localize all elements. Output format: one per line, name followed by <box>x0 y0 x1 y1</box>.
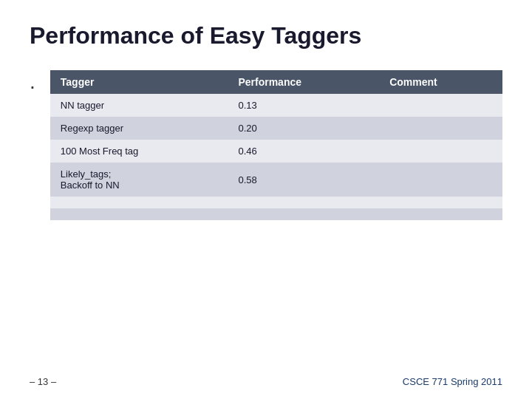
footer: – 13 – CSCE 771 Spring 2011 <box>30 376 502 387</box>
cell-performance <box>228 208 379 220</box>
course-info: CSCE 771 Spring 2011 <box>403 376 502 387</box>
bullet-point: · <box>30 75 35 98</box>
table-header-row: Tagger Performance Comment <box>50 70 502 94</box>
cell-tagger: Regexp tagger <box>50 117 228 140</box>
table-row: Likely_tags;Backoff to NN0.58 <box>50 163 502 197</box>
table-wrapper: Tagger Performance Comment NN tagger0.13… <box>50 70 502 220</box>
cell-performance: 0.20 <box>228 117 379 140</box>
col-header-performance: Performance <box>228 70 379 94</box>
cell-comment <box>379 197 502 208</box>
cell-comment <box>379 117 502 140</box>
cell-comment <box>379 163 502 197</box>
table-row <box>50 208 502 220</box>
col-header-tagger: Tagger <box>50 70 228 94</box>
cell-tagger <box>50 208 228 220</box>
page-number: – 13 – <box>30 376 56 387</box>
cell-tagger: 100 Most Freq tag <box>50 140 228 163</box>
cell-comment <box>379 208 502 220</box>
performance-table: Tagger Performance Comment NN tagger0.13… <box>50 70 502 220</box>
cell-comment <box>379 94 502 117</box>
table-row: NN tagger0.13 <box>50 94 502 117</box>
content-area: · Tagger Performance Comment NN tagger0.… <box>30 70 502 220</box>
cell-performance: 0.13 <box>228 94 379 117</box>
cell-performance <box>228 197 379 208</box>
cell-tagger <box>50 197 228 208</box>
cell-tagger: Likely_tags;Backoff to NN <box>50 163 228 197</box>
page-container: Performance of Easy Taggers · Tagger Per… <box>0 0 532 399</box>
table-row <box>50 197 502 208</box>
page-title: Performance of Easy Taggers <box>30 22 502 50</box>
cell-tagger: NN tagger <box>50 94 228 117</box>
cell-performance: 0.58 <box>228 163 379 197</box>
table-row: 100 Most Freq tag0.46 <box>50 140 502 163</box>
table-row: Regexp tagger0.20 <box>50 117 502 140</box>
col-header-comment: Comment <box>379 70 502 94</box>
cell-comment <box>379 140 502 163</box>
cell-performance: 0.46 <box>228 140 379 163</box>
